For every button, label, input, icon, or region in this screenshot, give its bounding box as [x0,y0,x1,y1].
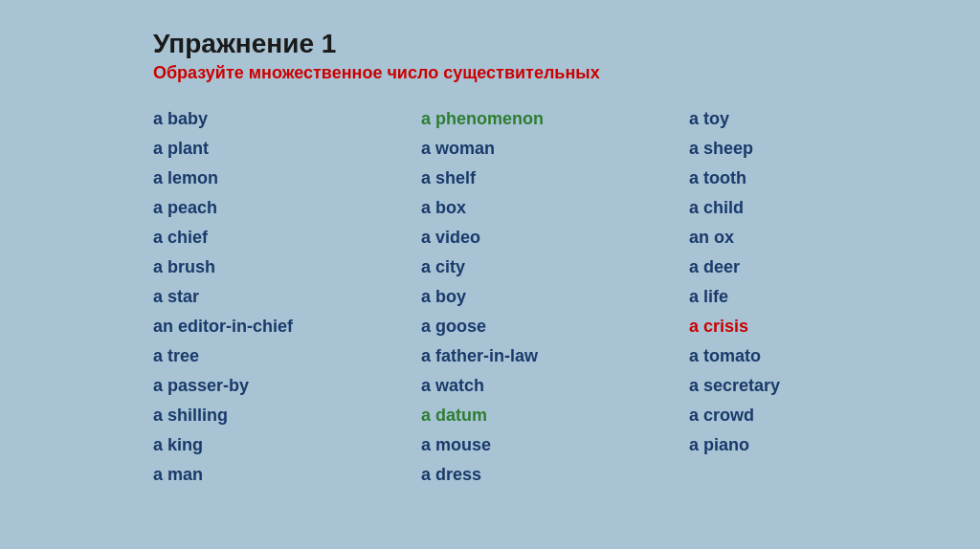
word-item-col2-1: a woman [421,136,689,162]
word-item-col1-5: a brush [153,254,421,280]
column-col3: a toya sheepa tootha childan oxa deera l… [689,106,957,488]
word-item-col3-10: a crowd [689,403,957,428]
word-columns: a babya planta lemona peacha chiefa brus… [153,106,942,488]
word-item-col2-3: a box [421,195,689,221]
column-col2: a phenomenona womana shelfa boxa videoa … [421,106,689,488]
word-item-col3-11: a piano [689,432,957,458]
word-item-col1-9: a passer-by [153,373,421,399]
word-item-col3-1: a sheep [689,136,957,162]
word-item-col1-3: a peach [153,195,421,221]
word-item-col3-2: a tooth [689,165,957,191]
word-item-col1-0: a baby [153,106,421,132]
word-item-col3-7: a crisis [689,314,957,340]
word-item-col2-9: a watch [421,373,689,399]
word-item-col1-7: an editor-in-chief [153,314,421,340]
word-item-col1-6: a star [153,284,421,310]
word-item-col2-12: a dress [421,462,689,488]
word-item-col1-4: a chief [153,225,421,251]
word-item-col2-10: a datum [421,403,689,428]
word-item-col3-3: a child [689,195,957,221]
word-item-col2-8: a father-in-law [421,343,689,369]
word-item-col3-5: a deer [689,254,957,280]
page-title: Упражнение 1 [153,29,942,59]
word-item-col1-8: a tree [153,343,421,369]
word-item-col3-9: a secretary [689,373,957,399]
column-col1: a babya planta lemona peacha chiefa brus… [153,106,421,488]
word-item-col3-4: an ox [689,225,957,251]
word-item-col2-11: a mouse [421,432,689,458]
word-item-col1-12: a man [153,462,421,488]
word-item-col3-6: a life [689,284,957,310]
word-item-col1-2: a lemon [153,165,421,191]
word-item-col2-4: a video [421,225,689,251]
word-item-col1-11: a king [153,432,421,458]
word-item-col3-0: a toy [689,106,957,132]
word-item-col2-7: a goose [421,314,689,340]
word-item-col2-2: a shelf [421,165,689,191]
word-item-col2-6: a boy [421,284,689,310]
main-container: Упражнение 1 Образуйте множественное чис… [0,0,980,507]
page-subtitle: Образуйте множественное число существите… [153,63,942,83]
word-item-col1-1: a plant [153,136,421,162]
word-item-col1-10: a shilling [153,403,421,428]
word-item-col3-8: a tomato [689,343,957,369]
word-item-col2-5: a city [421,254,689,280]
word-item-col2-0: a phenomenon [421,106,689,132]
